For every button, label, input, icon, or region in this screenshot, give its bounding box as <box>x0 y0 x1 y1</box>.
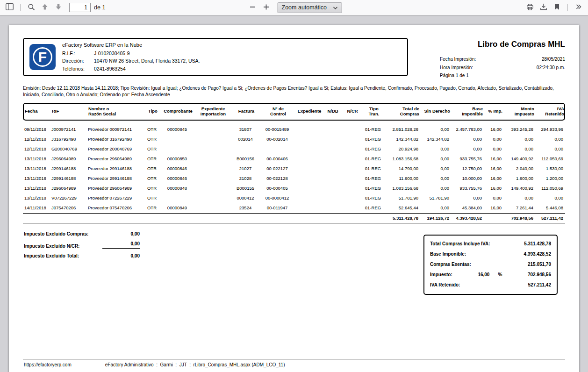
total-compras-value: 5.311.428,78 <box>524 241 551 246</box>
table-cell: J316792498 <box>50 136 86 142</box>
table-cell: OTR <box>143 195 160 200</box>
download-icon <box>540 3 547 12</box>
current-view-button[interactable] <box>551 1 563 14</box>
excluido-total-label: Impuesto Excluído Total: <box>24 253 79 258</box>
base-imponible-label: Base Imponible: <box>430 251 466 257</box>
table-cell: J075470206 <box>50 205 86 210</box>
chevron-double-right-icon <box>575 4 581 11</box>
table-cell <box>323 195 341 200</box>
fecha-impresion-label: Fecha Impresión: <box>440 55 476 64</box>
page-number-input[interactable] <box>69 3 91 12</box>
table-cell: 0,00 <box>535 136 565 142</box>
table-cell: 0,00 <box>420 146 451 151</box>
table-cell: 31807 <box>230 127 260 132</box>
table-cell <box>323 127 341 132</box>
toolbar-center-group: Zoom automático <box>246 1 342 14</box>
table-cell: 13/11/2018 <box>23 186 50 191</box>
table-cell: 0,00 <box>420 205 451 210</box>
table-cell: 00000850 <box>160 156 194 161</box>
table-cell <box>230 146 260 151</box>
table-cell <box>341 136 362 142</box>
table-cell: OTR <box>143 176 160 181</box>
table-cell <box>194 215 230 221</box>
table-cell: 13/11/2018 <box>23 156 50 161</box>
table-cell <box>260 215 294 221</box>
column-header: Fecha <box>24 108 51 114</box>
more-tools-button[interactable] <box>572 1 585 14</box>
table-cell <box>341 166 362 171</box>
table-cell: 21028 <box>230 176 260 181</box>
table-cell: 01-REG <box>362 146 384 151</box>
table-cell <box>323 176 341 181</box>
table-cell: 12/11/2018 <box>23 136 50 142</box>
table-cell: 142.344,82 <box>384 136 420 142</box>
print-button[interactable] <box>523 1 536 14</box>
pdf-toolbar: de 1 Zoom automático <box>0 0 588 15</box>
pdf-viewport[interactable]: F eFactory Software ERP en la Nube R.I.F… <box>0 15 588 372</box>
report-title: Libro de Compras MHL <box>440 40 565 49</box>
table-row: 09/11/2018J000972141Proveedor 000972141O… <box>23 124 565 134</box>
table-cell: 0,00 <box>484 136 503 142</box>
zoom-in-button[interactable] <box>260 1 272 14</box>
table-cell: 01-REG <box>362 166 384 171</box>
hora-impresion-value: 02:24:30 p.m. <box>537 64 565 72</box>
table-cell: Proveedor 075470206 <box>86 205 143 210</box>
summary-row: Base Imponible: 4.393.428,52 <box>430 249 551 259</box>
excluido-ncr-label: Impuesto Excluído N/CR: <box>24 243 79 249</box>
table-cell <box>194 205 230 210</box>
table-cell: 0,00 <box>503 195 535 200</box>
table-cell: 21027 <box>230 166 260 171</box>
summary-wrap: Total Compras Incluye IVA: 5.311.428,78 … <box>423 235 558 295</box>
column-header: Total de Compras <box>385 106 421 117</box>
table-cell: 0,00 <box>420 156 451 161</box>
table-cell: 01-REG <box>362 186 384 191</box>
table-cell: J299146188 <box>50 166 86 171</box>
table-cell <box>294 127 323 132</box>
table-cell <box>323 136 341 142</box>
table-cell: 0,00 <box>503 146 535 151</box>
table-cell: 149.400,92 <box>503 156 535 161</box>
column-header: Tipo <box>144 108 161 114</box>
download-button[interactable] <box>537 1 550 14</box>
impuesto-label: Impuesto: <box>430 272 452 277</box>
table-cell: 0,00 <box>420 176 451 181</box>
table-cell <box>341 186 362 191</box>
search-button[interactable] <box>25 1 37 14</box>
page-count-label: de 1 <box>94 4 105 11</box>
impuesto-value: 702.948,56 <box>528 272 551 277</box>
zoom-select[interactable]: Zoom automático <box>278 2 342 13</box>
table-cell: Proveedor 299146188 <box>86 176 143 181</box>
table-cell: 0,00 <box>420 166 451 171</box>
table-cell: 142.344,82 <box>420 136 451 142</box>
table-body: 09/11/2018J000972141Proveedor 000972141O… <box>23 124 565 223</box>
table-cell <box>341 215 362 221</box>
table-cell <box>86 215 143 221</box>
zoom-out-button[interactable] <box>246 1 259 14</box>
document-footer: https://efactoryerp.com eFactory Adminis… <box>23 359 565 367</box>
table-cell: 00-000406 <box>260 156 294 161</box>
table-cell: 7.261,44 <box>503 205 535 210</box>
table-cell: Proveedor 000972141 <box>86 127 143 132</box>
toggle-sidebar-button[interactable] <box>3 1 16 14</box>
column-header: Nº de Control <box>261 106 295 117</box>
table-cell: OTR <box>143 146 160 151</box>
table-cell: Proveedor 200040769 <box>86 146 143 151</box>
next-page-button[interactable] <box>52 1 65 14</box>
table-cell <box>341 176 362 181</box>
table-cell: J299146188 <box>50 176 86 181</box>
table-cell <box>294 195 323 200</box>
table-cell: Proveedor 299146188 <box>86 166 143 171</box>
excluido-row: Impuesto Excluído Total: 0,00 <box>24 251 140 261</box>
table-cell: 00-022128 <box>260 176 294 181</box>
table-cell: 20.924,98 <box>384 146 420 151</box>
company-name: eFactory Software ERP en la Nube <box>62 41 200 50</box>
footer-url-link[interactable]: https://efactoryerp.com <box>24 362 72 367</box>
table-cell <box>194 186 230 191</box>
table-cell <box>160 146 194 151</box>
efactory-logo: F <box>29 44 56 70</box>
table-cell: 51.781,90 <box>420 195 451 200</box>
table-cell <box>194 156 230 161</box>
table-row: 13/11/2018J296064989Proveedor 296064989O… <box>23 183 565 193</box>
table-cell <box>294 176 323 181</box>
previous-page-button[interactable] <box>38 1 51 14</box>
